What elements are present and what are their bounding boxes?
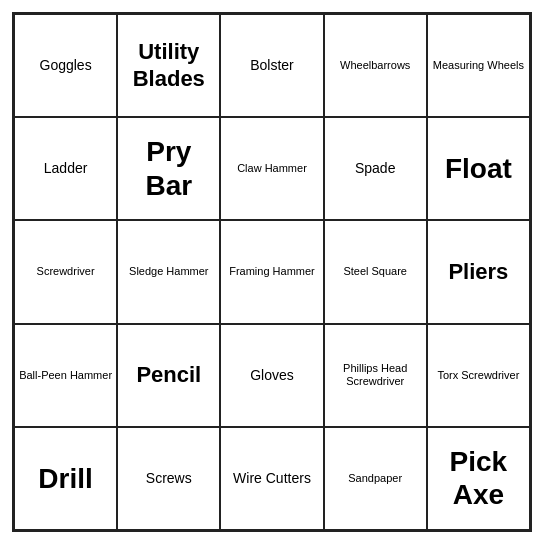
bingo-cell-19: Torx Screwdriver bbox=[427, 324, 530, 427]
cell-label: Gloves bbox=[250, 367, 294, 384]
cell-label: Float bbox=[445, 152, 512, 186]
cell-label: Wheelbarrows bbox=[340, 59, 410, 72]
cell-label: Screws bbox=[146, 470, 192, 487]
cell-label: Screwdriver bbox=[37, 265, 95, 278]
bingo-cell-1: Utility Blades bbox=[117, 14, 220, 117]
bingo-cell-21: Screws bbox=[117, 427, 220, 530]
bingo-cell-10: Screwdriver bbox=[14, 220, 117, 323]
cell-label: Claw Hammer bbox=[237, 162, 307, 175]
cell-label: Drill bbox=[38, 462, 92, 496]
bingo-cell-4: Measuring Wheels bbox=[427, 14, 530, 117]
bingo-cell-6: Pry Bar bbox=[117, 117, 220, 220]
bingo-cell-23: Sandpaper bbox=[324, 427, 427, 530]
cell-label: Steel Square bbox=[343, 265, 407, 278]
bingo-cell-0: Goggles bbox=[14, 14, 117, 117]
cell-label: Goggles bbox=[40, 57, 92, 74]
bingo-cell-5: Ladder bbox=[14, 117, 117, 220]
cell-label: Wire Cutters bbox=[233, 470, 311, 487]
bingo-cell-18: Phillips Head Screwdriver bbox=[324, 324, 427, 427]
bingo-cell-17: Gloves bbox=[220, 324, 323, 427]
cell-label: Bolster bbox=[250, 57, 294, 74]
bingo-cell-9: Float bbox=[427, 117, 530, 220]
bingo-cell-8: Spade bbox=[324, 117, 427, 220]
bingo-cell-16: Pencil bbox=[117, 324, 220, 427]
bingo-cell-22: Wire Cutters bbox=[220, 427, 323, 530]
bingo-cell-24: Pick Axe bbox=[427, 427, 530, 530]
cell-label: Sledge Hammer bbox=[129, 265, 208, 278]
bingo-cell-20: Drill bbox=[14, 427, 117, 530]
cell-label: Spade bbox=[355, 160, 395, 177]
bingo-cell-12: Framing Hammer bbox=[220, 220, 323, 323]
cell-label: Ball-Peen Hammer bbox=[19, 369, 112, 382]
bingo-cell-15: Ball-Peen Hammer bbox=[14, 324, 117, 427]
bingo-cell-2: Bolster bbox=[220, 14, 323, 117]
bingo-cell-7: Claw Hammer bbox=[220, 117, 323, 220]
cell-label: Utility Blades bbox=[122, 39, 215, 92]
cell-label: Sandpaper bbox=[348, 472, 402, 485]
cell-label: Pencil bbox=[136, 362, 201, 388]
cell-label: Ladder bbox=[44, 160, 88, 177]
cell-label: Torx Screwdriver bbox=[437, 369, 519, 382]
bingo-cell-3: Wheelbarrows bbox=[324, 14, 427, 117]
cell-label: Measuring Wheels bbox=[433, 59, 524, 72]
cell-label: Pick Axe bbox=[432, 445, 525, 512]
cell-label: Pliers bbox=[448, 259, 508, 285]
bingo-cell-14: Pliers bbox=[427, 220, 530, 323]
cell-label: Pry Bar bbox=[122, 135, 215, 202]
bingo-card: GogglesUtility BladesBolsterWheelbarrows… bbox=[12, 12, 532, 532]
cell-label: Phillips Head Screwdriver bbox=[329, 362, 422, 388]
cell-label: Framing Hammer bbox=[229, 265, 315, 278]
bingo-cell-11: Sledge Hammer bbox=[117, 220, 220, 323]
bingo-cell-13: Steel Square bbox=[324, 220, 427, 323]
